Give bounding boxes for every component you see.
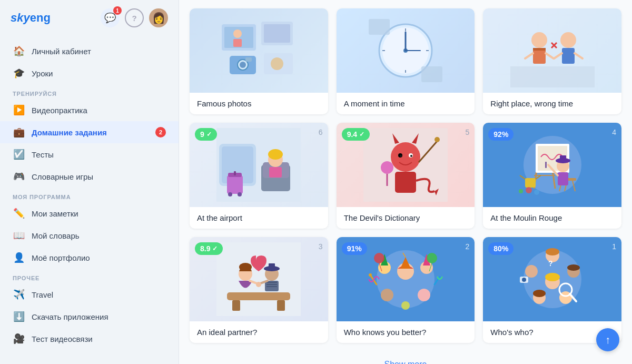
svg-point-55: [410, 155, 412, 157]
svg-point-28: [560, 32, 576, 48]
video-icon: ▶️: [13, 104, 25, 116]
card-moulin-rouge[interactable]: 92% 4: [483, 123, 621, 229]
card-famous-photos[interactable]: Famous photos: [190, 8, 328, 114]
corner-num: 5: [466, 128, 470, 136]
svg-point-11: [271, 57, 283, 70]
sidebar-item-homework[interactable]: 💼 Домашние задания 2: [0, 121, 179, 143]
header-icons: 💬 1 ? 👩: [101, 8, 168, 27]
card-image-who-knows: 91% 2: [337, 237, 475, 321]
video-test-icon: 🎥: [13, 333, 25, 345]
sidebar-navigation: 🏠 Личный кабинет 🎓 Уроки ТРЕНИРУЙСЯ ▶️ В…: [0, 36, 179, 364]
sidebar-item-lessons[interactable]: 🎓 Уроки: [0, 62, 179, 84]
svg-point-123: [546, 248, 559, 255]
sidebar-item-cabinet[interactable]: 🏠 Личный кабинет: [0, 40, 179, 62]
help-button[interactable]: ?: [125, 8, 144, 27]
score-badge-whos-who: 80%: [488, 242, 514, 255]
card-whos-who[interactable]: 80% 1: [483, 237, 621, 343]
svg-rect-86: [227, 292, 290, 300]
svg-rect-5: [264, 24, 290, 43]
chat-icon: 💬: [104, 12, 116, 24]
moulin-rouge-illustration: [510, 128, 595, 202]
sidebar-item-videotest[interactable]: 🎥 Тест видеосвязи: [0, 328, 179, 350]
svg-rect-78: [545, 162, 547, 168]
sidebar-item-label: Видеопрактика: [32, 106, 87, 115]
card-devils-dictionary[interactable]: 9.4 ✓ 5: [337, 123, 475, 229]
svg-point-54: [400, 155, 402, 157]
right-place-illustration: [510, 14, 595, 87]
vocab-icon: 📖: [13, 230, 25, 241]
who-knows-illustration: [363, 242, 448, 316]
sidebar-item-video[interactable]: ▶️ Видеопрактика: [0, 99, 179, 121]
card-right-place[interactable]: Right place, wrong time: [483, 8, 621, 114]
sidebar-item-tests[interactable]: ☑️ Тесты: [0, 143, 179, 165]
svg-rect-88: [277, 300, 285, 311]
card-who-knows[interactable]: 91% 2: [337, 237, 475, 343]
svg-line-31: [575, 53, 582, 58]
show-more-button[interactable]: Show more: [384, 360, 427, 364]
devil-illustration: [363, 128, 448, 202]
corner-num: 1: [612, 242, 616, 251]
svg-rect-85: [216, 242, 301, 316]
moment-illustration: [363, 14, 448, 87]
svg-point-117: [401, 301, 410, 310]
whos-who-illustration: ?: [510, 242, 595, 316]
svg-point-111: [418, 289, 430, 301]
check-icon: ✓: [212, 245, 218, 252]
logo-text2: eng: [30, 11, 51, 25]
svg-rect-56: [395, 172, 416, 193]
portfolio-icon: 👤: [13, 252, 25, 263]
main-content: Famous photos: [179, 0, 632, 364]
sidebar-item-travel[interactable]: ✈️ Travel: [0, 283, 179, 306]
svg-rect-43: [227, 175, 243, 194]
sidebar-item-games[interactable]: 🎮 Словарные игры: [0, 165, 179, 188]
score-badge-moulin: 92%: [488, 128, 514, 141]
svg-rect-75: [560, 155, 566, 162]
avatar[interactable]: 👩: [149, 8, 168, 27]
sidebar-item-notes[interactable]: ✏️ Мои заметки: [0, 202, 179, 224]
svg-rect-76: [558, 172, 568, 185]
card-ideal-partner[interactable]: 8.9 ✓ 3: [190, 237, 328, 343]
sidebar-item-vocab[interactable]: 📖 Мой словарь: [0, 224, 179, 247]
svg-point-116: [427, 253, 437, 263]
check-icon: ✓: [359, 131, 364, 138]
chat-badge: 1: [113, 6, 122, 15]
card-title: An ideal partner?: [190, 321, 328, 343]
travel-icon: ✈️: [13, 289, 25, 300]
svg-point-84: [519, 189, 523, 193]
card-image-whos-who: 80% 1: [483, 237, 621, 321]
card-image-famous-photos: [190, 8, 328, 93]
sidebar-item-download[interactable]: ⬇️ Скачать приложения: [0, 306, 179, 328]
card-image-ideal-partner: 8.9 ✓ 3: [190, 237, 328, 321]
card-title: The Devil's Dictionary: [337, 207, 475, 229]
score-badge-devil: 9.4 ✓: [342, 128, 370, 141]
svg-point-128: [533, 290, 546, 297]
svg-rect-21: [369, 19, 390, 35]
svg-point-131: [545, 273, 560, 281]
svg-rect-25: [533, 48, 546, 51]
sidebar-item-label: Тесты: [32, 150, 54, 159]
logo[interactable]: skyeng: [11, 11, 51, 25]
card-image-at-airport: 9 ✓ 6: [190, 123, 328, 207]
card-at-airport[interactable]: 9 ✓ 6: [190, 123, 328, 229]
chat-button[interactable]: 💬 1: [101, 8, 120, 27]
svg-line-30: [554, 53, 562, 58]
sidebar-header: skyeng 💬 1 ? 👩: [0, 0, 179, 36]
sidebar: skyeng 💬 1 ? 👩 🏠 Личный кабинет 🎓 Уроки …: [0, 0, 179, 364]
notes-icon: ✏️: [13, 208, 25, 219]
sidebar-item-portfolio[interactable]: 👤 Моё портфолио: [0, 247, 179, 269]
svg-rect-87: [232, 300, 240, 311]
sidebar-item-label: Скачать приложения: [32, 312, 108, 321]
svg-point-115: [374, 253, 384, 263]
games-icon: 🎮: [13, 171, 25, 182]
svg-line-27: [546, 53, 554, 58]
card-title: Right place, wrong time: [483, 93, 621, 114]
sidebar-item-label: Тест видеосвязи: [32, 335, 93, 343]
sidebar-item-label: Моё портфолио: [32, 253, 90, 262]
score-badge-partner: 8.9 ✓: [195, 242, 223, 255]
svg-line-26: [525, 53, 533, 58]
card-moment-in-time[interactable]: A moment in time: [337, 8, 475, 114]
svg-point-100: [256, 282, 261, 287]
svg-point-59: [434, 137, 440, 142]
scroll-up-button[interactable]: ↑: [596, 328, 619, 351]
svg-point-49: [391, 142, 420, 172]
